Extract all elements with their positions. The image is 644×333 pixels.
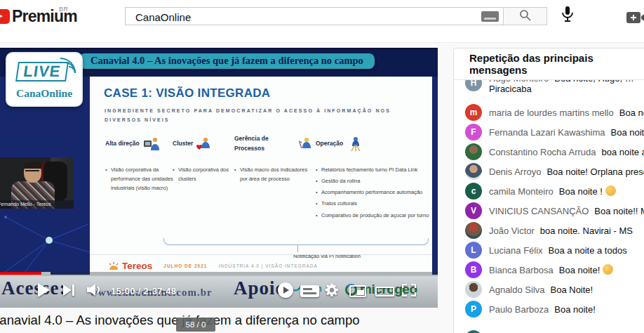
- search-button[interactable]: [503, 7, 547, 25]
- slide-column: Alta direçãoVisão corporativa da perform…: [105, 134, 175, 195]
- chat-text: Boa noite!! Ma: [594, 206, 644, 216]
- theater-icon[interactable]: [375, 287, 394, 296]
- slide-bullet-list: Visão corporativa da performance das uni…: [105, 165, 175, 192]
- search-icon: [519, 9, 531, 24]
- avatar[interactable]: [465, 163, 482, 180]
- search-box[interactable]: [125, 7, 504, 25]
- slide-column: ClusterVisão corporativa dos clusters: [173, 134, 232, 185]
- play-icon[interactable]: [38, 283, 50, 297]
- progress-bar[interactable]: [0, 272, 438, 275]
- slide-column-header: Cluster: [173, 139, 193, 149]
- surveyor-icon: [347, 136, 363, 152]
- chat-message-row[interactable]: H Hugo MonteiroBoa noite, Hugo, …Piracic…: [454, 80, 644, 103]
- create-video-icon: [626, 15, 644, 27]
- slide-heading: CASE 1: VISÃO INTEGRADA: [104, 86, 270, 100]
- chat-message-row[interactable]: B Bianca BarbosaBoa noite!: [454, 260, 644, 280]
- waving-hand-emoji: [603, 264, 613, 275]
- slide-column: Gerência de ProcessosVisão macro dos ind…: [234, 134, 313, 185]
- chat-author: VINICIUS CANSANÇÃO: [489, 206, 589, 216]
- chat-message-row[interactable]: F Fernanda Lazari KawashimaBoa noite: [454, 122, 644, 142]
- country-code-label: BR: [59, 6, 69, 13]
- slide-subtitle: INGREDIENTE SECRETO PARA DEMOCRATIZAR O …: [105, 106, 399, 125]
- slide-bullet: Acompanhamento performance automação: [316, 188, 434, 197]
- youtube-logo-icon[interactable]: [0, 9, 10, 24]
- chat-author: Luciana Félix: [489, 245, 543, 256]
- slide-bullet: Visão corporativa dos clusters: [173, 165, 232, 183]
- chat-text: Boa a noite a todos: [549, 245, 627, 256]
- miniplayer-icon[interactable]: [349, 285, 366, 297]
- presentation-slide: CASE 1: VISÃO INTEGRADA INGREDIENTE SECR…: [90, 77, 432, 277]
- chat-header[interactable]: Repetição das principais mensagens: [454, 48, 644, 80]
- chat-text: Boa Noite!: [551, 285, 593, 295]
- voice-search-button[interactable]: [558, 6, 577, 25]
- avatar[interactable]: B: [465, 261, 482, 278]
- chat-message-list[interactable]: H Hugo MonteiroBoa noite, Hugo, …Piracic…: [454, 80, 644, 333]
- autoplay-icon[interactable]: [278, 282, 293, 298]
- slide-bracket: [163, 238, 429, 245]
- mic-icon: [560, 6, 575, 25]
- chat-message-row[interactable]: V VINICIUS CANSANÇÃOBoa noite!! Ma: [454, 201, 644, 221]
- slide-bullet: Relatórios fechamento turno PI Data Link: [316, 165, 434, 174]
- slide-footer-caption: INDÚSTRIA 4.0 | VISÃO INTEGRADA: [218, 263, 317, 268]
- slide-bullet-list: Visão corporativa dos clusters: [173, 165, 232, 183]
- slide-bullet: Gestão da rotina: [316, 176, 434, 185]
- broadcast-icon: [58, 56, 76, 73]
- person-tools-icon: [297, 137, 313, 151]
- avatar[interactable]: V: [465, 202, 482, 219]
- avatar[interactable]: L: [465, 242, 482, 259]
- avatar[interactable]: F: [465, 124, 482, 141]
- slide-bullet: Tratos culturais: [316, 199, 434, 208]
- fullscreen-icon[interactable]: [402, 284, 416, 299]
- slide-bullet: Visão corporativa da performance das uni…: [105, 165, 175, 192]
- avatar[interactable]: m: [465, 104, 482, 121]
- overlay-counter: 58 / 0: [176, 318, 215, 332]
- chat-author: João Victor: [489, 226, 535, 236]
- avatar[interactable]: [465, 330, 482, 333]
- search-input[interactable]: [134, 8, 474, 26]
- live-canaonline-logo: LIVE CanaOnline: [6, 52, 83, 107]
- chat-message-row[interactable]: P Paulo BarbozaBoa noite!: [454, 299, 644, 319]
- video-player[interactable]: Canavial 4.0 – As inovações que já fazem…: [0, 48, 438, 308]
- chat-text: boa noite. Navirai - MS: [540, 226, 633, 236]
- chat-message-row[interactable]: Constantino Rocha Arrudaboa noite a todo…: [454, 142, 644, 162]
- avatar[interactable]: [465, 143, 482, 160]
- chat-author: maria de lourdes martins mello: [489, 107, 614, 118]
- chat-text: Boa noite!: [559, 265, 601, 275]
- chat-message-row[interactable]: c camila MonteiroBoa noite !: [454, 181, 644, 201]
- tereos-sun-icon: [108, 261, 119, 271]
- chat-author: Bianca Barbosa: [489, 265, 554, 275]
- avatar[interactable]: H: [465, 80, 482, 91]
- create-video-button[interactable]: [626, 10, 644, 25]
- slide-date: JULHO DE 2021: [163, 263, 207, 268]
- subtitles-icon[interactable]: [300, 285, 319, 297]
- slide-bullet-list: Visão macro dos indicadores por área de …: [234, 165, 313, 183]
- people-computer-icon: [143, 137, 161, 151]
- chat-text: Boa noite! Orplana presente: [546, 166, 644, 177]
- chat-text: boa noite a todos: [601, 147, 644, 157]
- avatar[interactable]: P: [465, 301, 482, 318]
- settings-icon[interactable]: [325, 283, 339, 300]
- chat-message-row[interactable]: João Victorboa noite. Navirai - MS: [454, 221, 644, 240]
- avatar[interactable]: c: [465, 183, 482, 200]
- lower-third-access-label: Acesse:: [1, 278, 66, 299]
- clapping-hands-emoji: [605, 185, 616, 196]
- next-icon[interactable]: [63, 285, 76, 296]
- avatar[interactable]: [465, 281, 482, 298]
- chat-message-row[interactable]: L Luciana FélixBoa a noite a todos: [454, 240, 644, 260]
- live-chat-panel: Repetição das principais mensagens H Hug…: [453, 48, 644, 333]
- chat-text: Boa noite: [619, 107, 644, 118]
- progress-played: [0, 272, 41, 275]
- slide-bullet: Comparativo de produção de açúcar por tu…: [316, 211, 434, 220]
- chat-message-row[interactable]: Denis ArroyoBoa noite! Orplana presente: [454, 162, 644, 181]
- keyboard-icon[interactable]: [481, 11, 499, 22]
- tereos-logo: Tereos: [108, 261, 152, 271]
- chat-author: Agnaldo Silva: [489, 285, 545, 295]
- slide-bracket-tick: [297, 244, 298, 252]
- avatar[interactable]: [465, 222, 482, 239]
- chat-message-row[interactable]: m maria de lourdes martins melloBoa noit…: [454, 103, 644, 122]
- volume-icon[interactable]: [87, 284, 104, 299]
- chat-message-row[interactable]: [454, 329, 644, 333]
- chat-text-line2: Piracicaba: [489, 84, 634, 94]
- chat-author: Fernanda Lazari Kawashima: [489, 127, 605, 138]
- chat-message-row[interactable]: Agnaldo SilvaBoa Noite!: [454, 280, 644, 299]
